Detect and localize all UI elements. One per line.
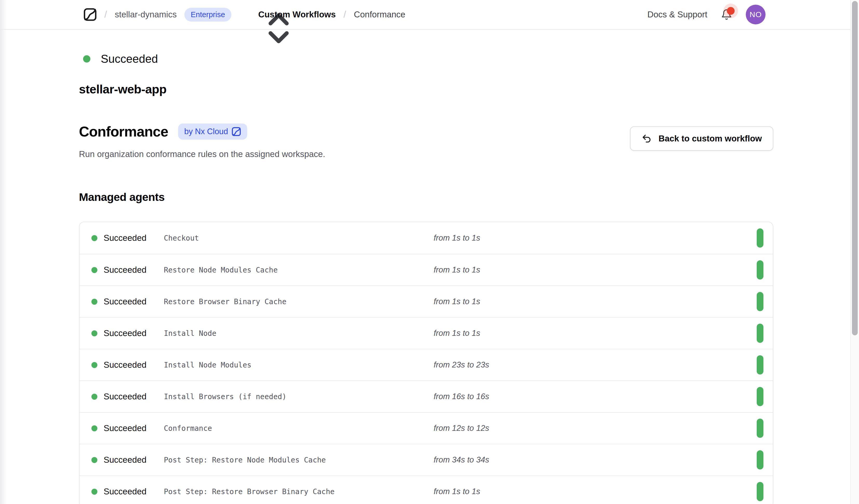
step-timeline-bar [757, 418, 764, 438]
agent-step-row[interactable]: Succeeded Install Node from 1s to 1s [79, 317, 773, 349]
undo-arrow-icon [642, 133, 652, 144]
step-timeline-bar [757, 387, 764, 406]
agent-step-row[interactable]: Succeeded Conformance from 12s to 12s [79, 412, 773, 444]
step-status: Succeeded [104, 423, 162, 433]
step-duration: from 23s to 23s [434, 360, 489, 369]
run-status: Succeeded [79, 52, 779, 65]
workspace-title: stellar-web-app [79, 82, 779, 96]
step-timeline-bar [757, 482, 764, 501]
step-duration: from 12s to 12s [434, 424, 489, 433]
workflow-header: Conformance by Nx Cloud Back to custom w… [79, 123, 779, 159]
agent-step-row[interactable]: Succeeded Restore Node Modules Cache fro… [79, 254, 773, 286]
step-status: Succeeded [104, 296, 162, 306]
agent-step-row[interactable]: Succeeded Post Step: Restore Browser Bin… [79, 475, 773, 504]
success-dot-icon [91, 457, 97, 463]
step-status: Succeeded [104, 360, 162, 370]
notifications-button[interactable] [721, 8, 732, 21]
step-duration: from 34s to 34s [434, 455, 489, 464]
step-timeline-bar [757, 228, 764, 248]
by-nx-cloud-badge[interactable]: by Nx Cloud [178, 124, 247, 140]
managed-agents-heading: Managed agents [79, 191, 779, 203]
step-status: Succeeded [104, 487, 162, 497]
breadcrumb-org[interactable]: stellar-dynamics [115, 10, 177, 19]
step-duration: from 1s to 1s [434, 233, 480, 243]
step-name: Checkout [164, 234, 199, 242]
step-status: Succeeded [104, 392, 162, 401]
provider-badge-label: by Nx Cloud [184, 127, 228, 136]
step-name: Install Browsers (if needed) [164, 393, 286, 401]
step-duration: from 1s to 1s [434, 297, 480, 306]
step-timeline-bar [757, 260, 764, 279]
step-name: Conformance [164, 424, 212, 433]
user-avatar[interactable]: NO [746, 5, 766, 25]
step-name: Restore Node Modules Cache [164, 266, 277, 274]
step-status: Succeeded [104, 328, 162, 338]
nx-cloud-logo-icon[interactable] [84, 7, 96, 21]
step-duration: from 1s to 1s [434, 329, 480, 338]
agent-step-row[interactable]: Succeeded Install Browsers (if needed) f… [79, 380, 773, 412]
step-duration: from 16s to 16s [434, 392, 489, 401]
agent-step-row[interactable]: Succeeded Install Node Modules from 23s … [79, 349, 773, 380]
success-dot-icon [91, 394, 97, 400]
step-name: Restore Browser Binary Cache [164, 297, 286, 306]
breadcrumb-custom-workflows[interactable]: Custom Workflows [258, 10, 336, 19]
breadcrumb: / stellar-dynamics Enterprise Custom Wor… [84, 7, 405, 21]
step-timeline-bar [757, 355, 764, 375]
success-dot-icon [91, 330, 97, 336]
success-dot-icon [91, 362, 97, 368]
agent-step-row[interactable]: Succeeded Post Step: Restore Node Module… [79, 444, 773, 475]
header-actions: Docs & Support NO [647, 5, 766, 25]
step-name: Install Node Modules [164, 361, 251, 369]
main-content: Succeeded stellar-web-app Conformance by… [0, 52, 859, 504]
success-dot-icon [91, 425, 97, 431]
managed-agents-list: Succeeded Checkout from 1s to 1s Succeed… [79, 222, 773, 504]
docs-support-link[interactable]: Docs & Support [647, 10, 707, 19]
notification-indicator [723, 4, 738, 18]
step-status: Succeeded [104, 455, 162, 465]
step-name: Post Step: Restore Browser Binary Cache [164, 487, 334, 496]
step-name: Install Node [164, 329, 216, 338]
step-timeline-bar [757, 292, 764, 311]
workflow-title: Conformance [79, 123, 168, 140]
nx-cloud-logo-icon [232, 127, 241, 137]
step-status: Succeeded [104, 265, 162, 275]
step-duration: from 1s to 1s [434, 487, 480, 496]
back-button-label: Back to custom workflow [659, 134, 762, 143]
breadcrumb-separator: / [104, 9, 107, 20]
top-bar: / stellar-dynamics Enterprise Custom Wor… [0, 0, 859, 30]
scrollbar-track [850, 0, 859, 504]
plan-badge[interactable]: Enterprise [184, 8, 231, 21]
agent-step-row[interactable]: Succeeded Checkout from 1s to 1s [79, 222, 773, 254]
step-name: Post Step: Restore Node Modules Cache [164, 456, 326, 464]
success-dot-icon [91, 267, 97, 273]
breadcrumb-separator: / [344, 9, 346, 20]
notification-dot [727, 7, 735, 15]
step-duration: from 1s to 1s [434, 265, 480, 275]
breadcrumb-current-page: Conformance [354, 10, 405, 19]
success-dot-icon [83, 55, 90, 63]
back-to-custom-workflow-button[interactable]: Back to custom workflow [630, 126, 773, 151]
scrollbar-thumb[interactable] [852, 1, 858, 335]
step-status: Succeeded [104, 233, 162, 243]
success-dot-icon [91, 235, 97, 241]
success-dot-icon [91, 299, 97, 305]
step-timeline-bar [757, 324, 764, 343]
success-dot-icon [91, 489, 97, 495]
step-timeline-bar [757, 450, 764, 470]
agent-step-row[interactable]: Succeeded Restore Browser Binary Cache f… [79, 286, 773, 317]
run-status-label: Succeeded [101, 52, 158, 65]
chevrons-up-down-icon[interactable] [240, 9, 250, 20]
